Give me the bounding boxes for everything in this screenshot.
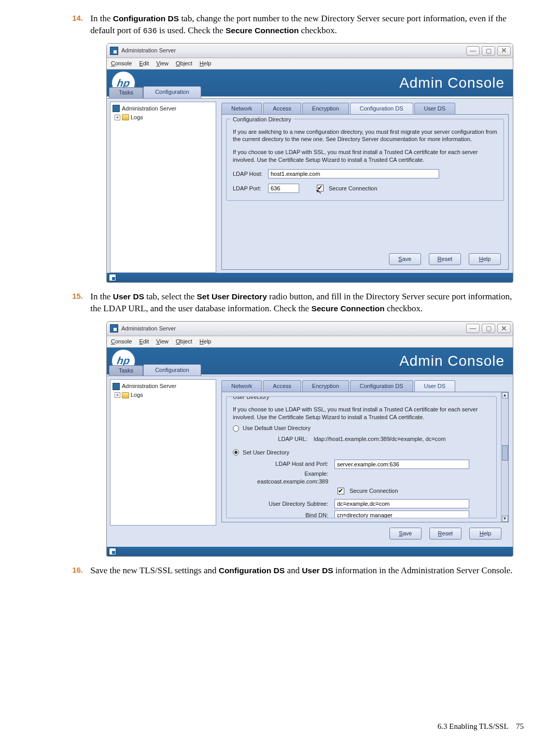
secure-connection-label: Secure Connection: [349, 487, 398, 495]
menu-view[interactable]: View: [156, 338, 169, 346]
subtab-access[interactable]: Access: [263, 380, 301, 392]
app-icon: [110, 47, 118, 55]
menu-edit[interactable]: Edit: [139, 338, 149, 346]
reset-button[interactable]: Reset: [429, 253, 461, 265]
subtab-network[interactable]: Network: [221, 380, 262, 392]
secure-connection-label: Secure Connection: [329, 185, 377, 192]
subtab-userds[interactable]: User DS: [414, 103, 456, 114]
use-default-label: Use Default User Directory: [243, 425, 311, 431]
menu-object[interactable]: Object: [176, 338, 192, 346]
binddn-label: Bind DN:: [233, 512, 331, 518]
status-icon: [109, 274, 116, 281]
status-bar: [107, 273, 513, 282]
help-button[interactable]: Help: [469, 528, 501, 540]
user-directory-fieldset: User Directory If you choose to use LDAP…: [226, 396, 497, 518]
menubar: Console Edit View Object Help: [107, 336, 513, 348]
status-bar: [107, 547, 513, 556]
scroll-down-icon[interactable]: ▼: [502, 516, 508, 522]
close-button[interactable]: ✕: [497, 46, 511, 56]
tree-root[interactable]: Administration Server: [111, 382, 215, 391]
hostport-input[interactable]: [334, 460, 469, 469]
hostport-label: LDAP Host and Port:: [233, 460, 331, 468]
binddn-input[interactable]: [334, 510, 469, 518]
menu-console[interactable]: Console: [111, 60, 132, 67]
folder-icon: [122, 392, 129, 398]
ldap-host-input[interactable]: [268, 169, 439, 178]
scroll-thumb[interactable]: [502, 445, 508, 461]
help-button[interactable]: Help: [469, 253, 501, 265]
subtab-access[interactable]: Access: [263, 103, 301, 114]
tree-root[interactable]: Administration Server: [111, 104, 215, 113]
tree-logs[interactable]: + Logs: [111, 391, 215, 399]
ldap-host-label: LDAP Host:: [233, 170, 265, 178]
menu-object[interactable]: Object: [176, 60, 192, 67]
menu-edit[interactable]: Edit: [139, 60, 149, 67]
help-text-2: If you choose to use LDAP with SSL, you …: [233, 148, 497, 164]
minimize-button[interactable]: —: [466, 46, 480, 56]
window-title: Administration Server: [121, 47, 176, 54]
subtab-configds[interactable]: Configuration DS: [350, 103, 413, 114]
step-15: 15. In the User DS tab, select the Set U…: [88, 291, 524, 315]
menu-console[interactable]: Console: [111, 338, 132, 346]
save-button[interactable]: Save: [389, 253, 421, 265]
subtab-encryption[interactable]: Encryption: [302, 380, 349, 392]
ldap-url-value: ldap://host1.example.com:389/dc=example,…: [314, 435, 445, 443]
expand-icon[interactable]: +: [115, 392, 120, 398]
set-user-radio[interactable]: [233, 449, 239, 455]
step-14: 14. In the Configuration DS tab, change …: [88, 13, 524, 37]
close-button[interactable]: ✕: [497, 324, 511, 333]
fieldset-legend: User Directory: [231, 396, 271, 401]
subtab-configds[interactable]: Configuration DS: [350, 380, 413, 392]
admin-server-window-configds: Administration Server — ▢ ✕ Console Edit…: [106, 43, 513, 283]
app-icon: [110, 324, 118, 333]
status-icon: [109, 548, 116, 555]
subtab-encryption[interactable]: Encryption: [302, 103, 349, 114]
step-number: 14.: [67, 13, 83, 23]
ldap-url-label: LDAP URL:: [233, 435, 311, 443]
step-number: 16.: [67, 565, 83, 575]
ldap-port-label: LDAP Port:: [233, 185, 265, 192]
save-button[interactable]: Save: [389, 528, 422, 540]
tab-tasks[interactable]: Tasks: [109, 87, 143, 98]
menu-help[interactable]: Help: [200, 60, 212, 67]
help-text-1: If you are switching to a new configurat…: [233, 128, 497, 144]
menu-help[interactable]: Help: [200, 338, 212, 346]
help-text: If you choose to use LDAP with SSL, you …: [233, 406, 490, 421]
step-number: 15.: [67, 291, 83, 301]
window-title: Administration Server: [121, 325, 176, 333]
server-icon: [113, 383, 120, 390]
use-default-radio[interactable]: [233, 425, 239, 432]
scroll-up-icon[interactable]: ▲: [502, 392, 508, 398]
secure-connection-checkbox[interactable]: [338, 488, 344, 494]
expand-icon[interactable]: +: [115, 115, 120, 120]
server-icon: [113, 105, 120, 112]
reset-button[interactable]: Reset: [429, 528, 461, 540]
subtree-input[interactable]: [334, 499, 469, 508]
menu-view[interactable]: View: [156, 60, 169, 67]
fieldset-legend: Configuration Directory: [231, 116, 293, 123]
tab-configuration[interactable]: Configuration: [143, 86, 201, 98]
step-16: 16. Save the new TLS/SSL settings and Co…: [88, 565, 524, 577]
config-directory-fieldset: Configuration Directory If you are switc…: [226, 119, 504, 201]
tab-tasks[interactable]: Tasks: [109, 365, 143, 376]
subtab-network[interactable]: Network: [221, 103, 262, 114]
admin-server-window-userds: Administration Server — ▢ ✕ Console Edit…: [106, 321, 513, 557]
tree-logs[interactable]: + Logs: [111, 113, 215, 122]
set-user-label: Set User Directory: [243, 449, 289, 455]
titlebar[interactable]: Administration Server — ▢ ✕: [107, 322, 513, 336]
tree-panel: Administration Server + Logs: [110, 379, 216, 526]
maximize-button[interactable]: ▢: [482, 46, 495, 56]
subtree-label: User Directory Subtree:: [233, 500, 331, 508]
ldap-port-input[interactable]: [268, 184, 299, 193]
tab-configuration[interactable]: Configuration: [143, 364, 201, 376]
maximize-button[interactable]: ▢: [482, 324, 495, 333]
titlebar[interactable]: Administration Server — ▢ ✕: [107, 44, 513, 58]
subtab-userds[interactable]: User DS: [414, 380, 456, 392]
tree-panel: Administration Server + Logs: [110, 102, 216, 273]
menubar: Console Edit View Object Help: [107, 58, 513, 70]
example-label: Example: eastcoast.example.com:389: [233, 470, 331, 486]
page-footer: 6.3 Enabling TLS/SSL 75: [438, 721, 524, 731]
minimize-button[interactable]: —: [466, 324, 480, 333]
scrollbar[interactable]: ▲ ▼: [501, 392, 508, 522]
folder-icon: [122, 114, 129, 120]
